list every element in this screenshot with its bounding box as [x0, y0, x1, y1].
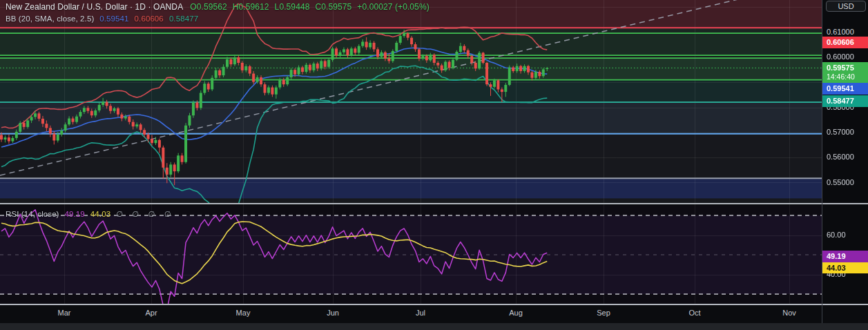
chart-canvas[interactable] [0, 0, 868, 330]
bar-countdown: 14:46:40 [827, 72, 855, 81]
price-tick-label: 0.56000 [827, 153, 854, 161]
rsi-indicator-label[interactable]: RSI (14, close) [6, 210, 59, 218]
month-label-nov: Nov [782, 309, 796, 317]
pane-separator[interactable] [0, 203, 868, 204]
ohlc-close: C0.59575 [315, 2, 351, 12]
bb-indicator-label[interactable]: BB (20, SMA, close, 2.5) [6, 14, 94, 23]
price-tick-label: 0.61000 [827, 28, 854, 36]
time-axis[interactable] [0, 305, 868, 323]
time-axis-separator[interactable] [0, 304, 868, 305]
price-tick-label: 0.60000 [827, 52, 854, 61]
bb-lower-price-badge: 0.58477 [822, 95, 868, 107]
month-label-mar: Mar [58, 309, 71, 317]
tradingview-chart-window: New Zealand Dollar / U.S. Dollar · 1D · … [0, 0, 868, 330]
bb-upper-value: 0.60606 [135, 14, 164, 23]
last-price-badge: 0.5957514:46:40 [822, 62, 868, 83]
ohlc-open: O0.59562 [190, 2, 227, 12]
symbol-title[interactable]: New Zealand Dollar / U.S. Dollar · 1D · … [6, 2, 183, 12]
bb-lower-value: 0.58477 [169, 14, 198, 23]
bb-basis-price-badge: 0.59541 [822, 83, 868, 95]
symbol-legend: New Zealand Dollar / U.S. Dollar · 1D · … [6, 2, 435, 12]
month-label-oct: Oct [688, 309, 700, 317]
price-axis-border [822, 0, 822, 324]
rsi-value: 49.19 [65, 210, 85, 218]
month-label-jun: Jun [327, 309, 339, 317]
rsi-ma-value: 44.03 [90, 210, 110, 218]
rsi-value-badge: 49.19 [822, 251, 868, 262]
rsi-tick-label: 60.00 [827, 231, 846, 239]
bb-upper-price-badge: 0.60606 [822, 37, 868, 48]
rsi-empty-values: ∅ ∅ ∅ ∅ [116, 210, 175, 218]
price-tick-label: 0.57000 [827, 128, 854, 136]
month-label-jul: Jul [416, 309, 425, 317]
bottom-edge-strip [0, 323, 868, 330]
ohlc-low: L0.59448 [275, 2, 310, 12]
month-label-apr: Apr [145, 309, 157, 317]
month-label-sep: Sep [597, 309, 610, 317]
price-tick-label: 0.55000 [827, 178, 854, 186]
bb-basis-value: 0.59541 [99, 14, 128, 23]
bb-legend: BB (20, SMA, close, 2.5)0.595410.606060.… [6, 14, 204, 23]
rsi-legend: RSI (14, close)49.1944.03∅ ∅ ∅ ∅ [6, 209, 175, 219]
price-change: +0.00027 (+0.05%) [357, 2, 429, 12]
currency-toggle-button[interactable]: USD [826, 1, 866, 12]
rsi-ma-value-badge: 44.03 [822, 262, 868, 273]
ohlc-high: H0.59612 [233, 2, 269, 12]
month-label-may: May [236, 309, 251, 317]
month-label-aug: Aug [509, 309, 523, 317]
